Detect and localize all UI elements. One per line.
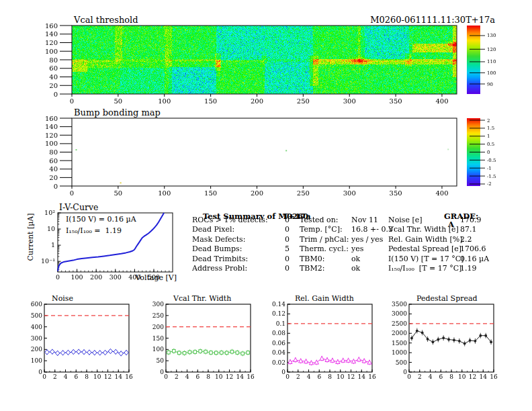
rel-gain-plot-title: Rel. Gain Width [295,295,354,303]
triangle-marker [325,358,329,362]
roc-x-tick-label: 6 [74,373,78,380]
roc-x-tick-label: 12 [226,373,233,380]
iv-y-tick-label: 1 [51,241,55,248]
dot-marker [458,340,461,342]
y-tick-label: 160 [45,22,58,30]
roc-y-tick-label: 0.02 [272,359,285,366]
iv-x-tick-label: 200 [90,273,102,281]
x-tick-label: 350 [390,189,402,197]
square-marker [173,349,176,353]
colorbar-tick-label: 0.5 [487,142,494,147]
y-tick-label: 140 [45,123,58,130]
summary-value: yes / yes [351,235,383,244]
roc-series-line [412,331,491,344]
summary-row: Address Probl:0TBM2:okI₁₅₀/I₁₀₀ [T = 17 … [192,264,515,273]
square-marker [183,351,186,355]
summary-value: 87.1 [460,225,477,234]
roc-x-tick-label: 16 [247,373,255,380]
x-tick-label: 100 [158,189,171,197]
square-marker [215,351,218,355]
x-tick-label: 300 [343,189,356,197]
square-marker [177,351,181,355]
roc-x-tick-label: 16 [368,373,376,380]
summary-label: Therm. cycl.: [300,244,349,253]
roc-y-tick-label: 0 [38,369,42,375]
colorbar-tick-label: 0 [487,150,490,155]
plot-frame [287,304,372,372]
diamond-marker [45,350,49,355]
dot-marker [474,340,477,342]
summary-value: 1706.6 [460,244,486,253]
triangle-marker [336,359,340,363]
dot-marker [410,337,413,340]
dot-marker [416,330,418,332]
roc-x-tick-label: 8 [85,373,89,380]
y-tick-label: 80 [49,56,58,64]
roc-y-tick-label: 1500 [392,340,407,347]
roc-y-tick-label: 300 [152,301,164,308]
x-tick-label: 150 [204,189,217,197]
roc-y-tick-label: 100 [31,357,42,364]
summary-label: Trim / phCal: [300,235,349,244]
colorbar-tick-label: -2 [487,181,492,187]
roc-series-line [169,351,248,354]
summary-value: Nov 11 [351,216,378,224]
roc-x-tick-label: 4 [185,373,189,380]
roc-y-tick-label: 200 [31,346,42,353]
roc-x-tick-label: 10 [215,373,223,380]
dot-marker [421,332,424,334]
summary-row: Dead Bumps:5Therm. cycl.:yesPedestal Spr… [192,244,515,254]
dot-marker [447,338,450,341]
iv-y-tick-label: 10 [47,225,55,232]
dot-marker [432,340,435,343]
colorbar-tick-label: -0.5 [487,158,496,163]
square-marker [225,351,228,355]
summary-value: 0 [285,255,290,263]
iv-annotation-ratio: I₁₅₀/I₁₀₀ = 1.19 [66,227,122,235]
summary-row: Dead Trimbits:0TBM0:okI(150 V) [T = 17 °… [192,255,515,264]
x-tick-label: 50 [114,189,123,197]
triangle-marker [294,358,298,362]
dot-marker [442,336,445,339]
roc-x-tick-label: 6 [439,373,443,380]
square-marker [220,351,223,355]
summary-label: I₁₅₀/I₁₀₀ [T = 17 °C] [388,264,461,273]
summary-label: Mask Defects: [192,235,245,244]
y-tick-label: 20 [49,174,58,181]
roc-y-tick-label: 500 [396,359,407,366]
roc-x-tick-label: 14 [358,373,366,380]
summary-label: Address Probl: [192,264,247,273]
roc-x-tick-label: 8 [328,373,332,380]
roc-y-tick-label: 2000 [392,330,407,336]
square-marker [230,350,234,353]
roc-x-tick-label: 12 [104,373,112,380]
summary-row: Mask Defects:0Trim / phCal:yes / yesRel.… [192,235,515,244]
summary-table: ROCs > 1% defects:0Tested on:Nov 11Noise… [192,216,515,273]
colorbar-tick-label: 90 [487,82,493,87]
roc-y-tick-label: 100 [152,346,164,353]
roc-x-tick-label: 10 [93,373,101,380]
dot-marker [427,338,429,340]
triangle-marker [351,359,355,363]
y-tick-label: 100 [45,140,58,147]
y-tick-label: 60 [49,64,58,72]
colorbar-tick-label: 110 [487,59,496,64]
roc-y-tick-label: 0 [281,369,285,375]
roc-y-tick-label: 0.1 [276,320,285,327]
colorbar-tick-label: 1.5 [487,126,494,131]
x-tick-label: 300 [343,97,356,105]
summary-value: 5 [285,244,290,253]
roc-y-tick-label: 400 [31,324,42,330]
roc-y-tick-label: 0 [403,369,407,375]
roc-y-tick-label: 0.06 [272,340,285,347]
roc-x-tick-label: 2 [53,373,57,380]
iv-curve-title: I-V-Curve [59,203,98,212]
iv-y-axis-label: Current [µA] [27,207,35,267]
triangle-marker [362,359,366,363]
triangle-marker [341,358,345,362]
summary-value: ok [351,264,360,273]
y-tick-label: 100 [45,48,58,55]
summary-label: I(150 V) [T = 17 °C] [388,255,463,263]
summary-value: 0 [285,235,290,244]
bump-bonding-canvas [72,118,457,186]
